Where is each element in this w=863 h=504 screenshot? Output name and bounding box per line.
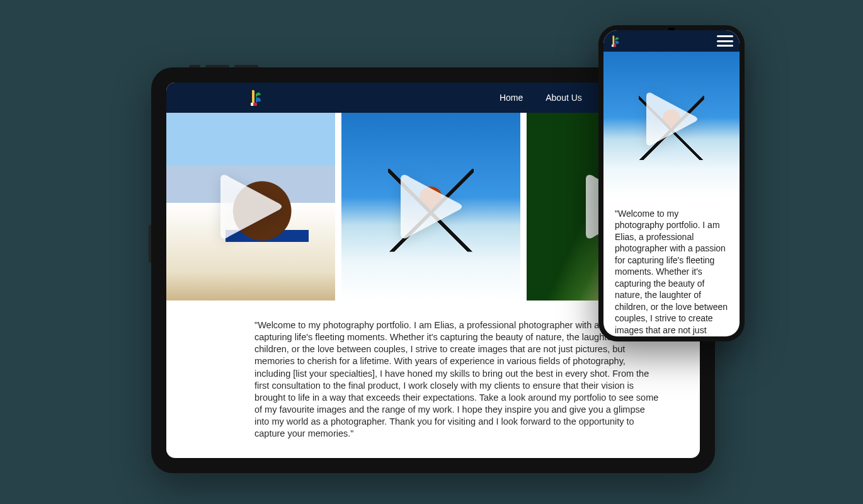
brand-logo[interactable]: [610, 35, 620, 47]
phone-intro-paragraph: "Welcome to my photography portfolio. I …: [603, 198, 740, 336]
hamburger-icon[interactable]: [717, 35, 733, 47]
nav-home[interactable]: Home: [500, 93, 523, 103]
play-icon[interactable]: [640, 88, 703, 151]
play-icon[interactable]: [213, 169, 289, 244]
nav-about-us[interactable]: About Us: [546, 93, 582, 103]
play-icon[interactable]: [393, 169, 469, 244]
brand-logo[interactable]: [248, 89, 262, 106]
phone-screen: "Welcome to my photography portfolio. I …: [603, 30, 740, 336]
phone-header: [603, 30, 740, 52]
video-tile-skiing[interactable]: [341, 113, 520, 301]
video-tile-equestrian[interactable]: [166, 113, 335, 301]
phone-video-tile[interactable]: [603, 52, 740, 198]
phone-device-frame: "Welcome to my photography portfolio. I …: [598, 25, 745, 341]
